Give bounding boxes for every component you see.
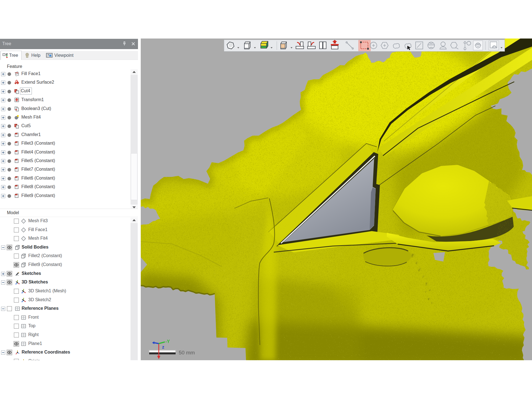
svg-text:z: z (162, 345, 164, 349)
svg-text:50 mm: 50 mm (179, 350, 195, 355)
svg-text:-Y: -Y (165, 339, 170, 344)
